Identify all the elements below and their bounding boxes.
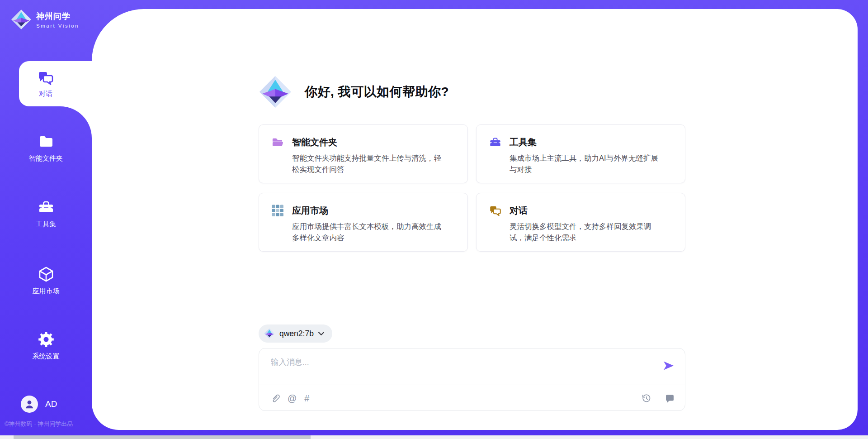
- message-input[interactable]: [271, 357, 655, 382]
- sidebar-item-label: 系统设置: [33, 352, 60, 361]
- model-selector[interactable]: qwen2:7b: [259, 324, 332, 343]
- card-title: 工具集: [509, 136, 537, 148]
- main-panel: 你好, 我可以如何帮助你? 智能文件夹 智能文件夹功能支持批量文件上传与清洗，轻…: [92, 9, 858, 430]
- card-desc: 灵活切换多模型文件，支持多样回复效果调试，满足个性化需求: [509, 221, 672, 243]
- gear-icon: [38, 331, 54, 348]
- card-desc: 集成市场上主流工具，助力AI与外界无缝扩展与对接: [509, 153, 672, 175]
- attach-icon[interactable]: [271, 393, 280, 403]
- sidebar-item-label: 应用市场: [33, 287, 60, 296]
- card-title: 应用市场: [292, 205, 328, 217]
- copyright: ©神州数码 · 神州问学出品: [5, 420, 90, 428]
- chevron-down-icon: [318, 332, 324, 336]
- card-desc: 应用市场提供丰富长文本模板，助力高效生成多样化文章内容: [292, 221, 455, 243]
- grid-icon: [272, 205, 284, 217]
- sidebar-item-label: 对话: [39, 90, 52, 98]
- chat-icon: [38, 70, 54, 86]
- scrollbar-thumb[interactable]: [14, 435, 311, 439]
- sidebar-item-toolbox[interactable]: 工具集: [0, 199, 92, 229]
- feature-cards: 智能文件夹 智能文件夹功能支持批量文件上传与清洗，轻松实现文件问答 工具集 集成…: [259, 124, 685, 252]
- user-account[interactable]: AD: [21, 396, 57, 413]
- history-icon[interactable]: [642, 394, 651, 403]
- card-title: 对话: [509, 205, 528, 217]
- topic-icon[interactable]: #: [304, 394, 309, 403]
- composer-toolbar: @ #: [259, 385, 685, 411]
- sidebar-item-smart-folder[interactable]: 智能文件夹: [0, 134, 92, 163]
- chat-icon: [489, 205, 501, 217]
- horizontal-scrollbar[interactable]: [0, 435, 868, 439]
- sidebar-item-label: 智能文件夹: [29, 154, 63, 163]
- cube-icon: [38, 266, 54, 282]
- model-logo-icon: [264, 328, 275, 339]
- assistant-logo-icon: [259, 75, 292, 109]
- card-desc: 智能文件夹功能支持批量文件上传与清洗，轻松实现文件问答: [292, 153, 455, 175]
- greeting-text: 你好, 我可以如何帮助你?: [305, 83, 449, 100]
- toolbox-icon: [489, 136, 501, 148]
- card-app-market[interactable]: 应用市场 应用市场提供丰富长文本模板，助力高效生成多样化文章内容: [259, 193, 468, 252]
- sidebar-item-settings[interactable]: 系统设置: [0, 331, 92, 361]
- card-chat[interactable]: 对话 灵活切换多模型文件，支持多样回复效果调试，满足个性化需求: [476, 193, 685, 252]
- sidebar-item-label: 工具集: [36, 220, 56, 229]
- toolbox-icon: [38, 199, 54, 215]
- person-icon: [23, 397, 36, 411]
- folder-open-icon: [272, 136, 284, 148]
- message-composer: @ #: [259, 348, 685, 411]
- avatar: [21, 396, 38, 413]
- mention-icon[interactable]: @: [288, 394, 297, 403]
- card-smart-folder[interactable]: 智能文件夹 智能文件夹功能支持批量文件上传与清洗，轻松实现文件问答: [259, 124, 468, 183]
- greeting: 你好, 我可以如何帮助你?: [259, 75, 449, 109]
- sidebar-item-chat[interactable]: 对话: [19, 61, 72, 106]
- card-toolbox[interactable]: 工具集 集成市场上主流工具，助力AI与外界无缝扩展与对接: [476, 124, 685, 183]
- sidebar-item-app-market[interactable]: 应用市场: [0, 266, 92, 296]
- sidebar: 神州问学 Smart Vision 对话 智能文件夹 工具集 应用市场: [0, 0, 92, 435]
- card-title: 智能文件夹: [292, 136, 337, 148]
- feedback-bubble-icon[interactable]: [665, 394, 674, 403]
- send-icon[interactable]: [663, 361, 674, 371]
- folder-icon: [38, 134, 54, 150]
- user-initials: AD: [45, 399, 57, 409]
- model-name: qwen2:7b: [279, 329, 314, 339]
